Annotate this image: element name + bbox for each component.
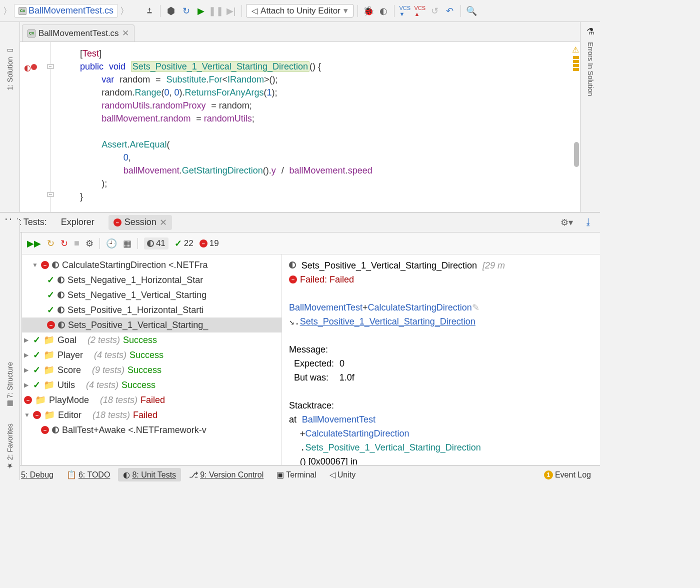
svg-rect-0 [148, 12, 152, 13]
back-icon[interactable]: ↶ [444, 4, 456, 18]
rerun-failed-icon[interactable]: ↻ [60, 238, 68, 249]
fail-icon: – [114, 218, 122, 226]
right-tool-stripe: ⚗ Errors In Solution [580, 22, 600, 212]
editor-area: BallMovementTest.cs ✕ ◐ ⌐ ⌙ [Test] publi… [20, 22, 580, 212]
test-link[interactable]: Sets_Positive_1_Vertical_Starting_Direct… [300, 316, 476, 326]
csharp-file-icon [18, 7, 26, 15]
vcs-push-icon[interactable]: VCS▲ [414, 4, 426, 18]
tab-session[interactable]: – Session ✕ [108, 215, 172, 230]
history-icon[interactable]: ↺ [428, 4, 442, 18]
scrollbar-thumb[interactable] [574, 142, 579, 167]
unit-tests-header: Unit Tests: Explorer – Session ✕ ⚙▾ ⭳ [0, 212, 600, 232]
vcs-pull-icon[interactable]: VCS▼ [398, 4, 412, 18]
unity-icon: ◁ [330, 470, 336, 480]
rerun-icon[interactable]: ↻ [47, 238, 54, 249]
errors-tool-button[interactable]: Errors In Solution [586, 37, 594, 101]
vcs-tool-button[interactable]: ⎇9: Version Control [184, 468, 268, 482]
code-gutter: ◐ ⌐ ⌙ [20, 42, 60, 212]
todo-tool-button[interactable]: 📋6: TODO [62, 468, 115, 482]
event-log-button[interactable]: 1Event Log [539, 468, 596, 482]
gutter-error-icon[interactable]: ◐ [24, 63, 31, 72]
run-config-label: Attach to Unity Editor [260, 6, 340, 16]
dropdown-chevron-icon: ▾ [344, 6, 348, 16]
left-tool-stripe: 1: Solution ▭ [0, 22, 20, 212]
csharp-file-icon [28, 30, 36, 38]
toolbar-separator [242, 5, 242, 17]
run-all-icon[interactable]: ▶▶ [27, 238, 41, 249]
export-icon[interactable]: ⭳ [582, 216, 595, 229]
half-icon [289, 262, 296, 268]
close-icon[interactable]: ✕ [160, 217, 167, 228]
unity-icon[interactable] [164, 4, 178, 18]
selected-test-row: – Sets_Positive_1_Vertical_Starting_ [22, 318, 282, 332]
editor-tab[interactable]: BallMovementTest.cs ✕ [22, 24, 134, 42]
structure-tool-button[interactable]: ▦ 7: Structure [6, 357, 14, 413]
unity-icon: ◁ [252, 6, 258, 16]
settings-icon[interactable]: ⚙ [86, 238, 94, 249]
half-icon [147, 240, 154, 247]
play-icon[interactable]: ▶ [194, 4, 208, 18]
main-toolbar: 〉 BallMovementTest.cs 〉 ↻ ▶ ❚❚ ▶| ◁ Atta… [0, 0, 600, 22]
toolbar-separator [358, 5, 358, 17]
test-tree[interactable]: ▼– CalculateStartingDirection <.NETFra ✓… [22, 254, 282, 465]
layout-icon[interactable]: ▦ [123, 238, 132, 249]
breadcrumb-chevron-icon: 〉 [3, 5, 12, 17]
unit-tests-tool-button[interactable]: ◐8: Unit Tests [118, 468, 181, 482]
toolbar-separator [394, 5, 394, 17]
warning-icon: ⚠ [572, 45, 579, 54]
code-text[interactable]: [Test] public void Sets_Positive_1_Verti… [60, 42, 580, 212]
code-editor[interactable]: ◐ ⌐ ⌙ [Test] public void Sets_Positive_1… [20, 42, 580, 212]
bug-icon[interactable]: 🐞 [362, 4, 375, 18]
tests-icon: ◐ [123, 470, 130, 480]
event-badge: 1 [544, 470, 553, 480]
breadcrumb-file: BallMovementTest.cs [28, 6, 114, 16]
close-tab-icon[interactable]: ✕ [122, 28, 129, 38]
step-icon[interactable]: ▶| [224, 4, 238, 18]
toolbar-separator [460, 5, 461, 17]
terminal-tool-button[interactable]: ▣Terminal [272, 468, 321, 482]
tab-explorer[interactable]: Explorer [56, 215, 100, 230]
flask-icon[interactable]: ⚗ [586, 26, 594, 37]
stop-icon[interactable]: ■ [74, 238, 80, 248]
refresh-icon[interactable]: ↻ [180, 4, 192, 18]
ut-toolbar: ▶▶ ↻ ↻ ■ ⚙ 🕘 ▦ 41 ✓ 22 – 19 [22, 232, 600, 254]
tab-filename: BallMovementTest.cs [38, 28, 119, 38]
solution-tool-button[interactable]: 1: Solution ▭ [6, 42, 14, 95]
fold-handle-icon[interactable]: ⌐ [48, 64, 54, 69]
bottom-tool-bar: 🐞5: Debug 📋6: TODO ◐8: Unit Tests ⎇9: Ve… [0, 465, 600, 484]
editor-tab-bar: BallMovementTest.cs ✕ [20, 22, 580, 42]
fail-icon: – [200, 240, 208, 248]
terminal-icon: ▣ [276, 470, 284, 480]
error-stripe[interactable]: ⚠ [572, 42, 580, 212]
count-fail[interactable]: – 19 [200, 238, 219, 248]
breadcrumb-chevron-icon: 〉 [120, 5, 129, 17]
coverage-icon[interactable]: ◐ [377, 4, 390, 18]
breadcrumb[interactable]: BallMovementTest.cs [14, 4, 118, 18]
clipboard-icon: 📋 [66, 470, 76, 480]
toolbar-separator [160, 5, 160, 17]
count-pass[interactable]: ✓ 22 [174, 238, 194, 249]
gutter-breakpoint-icon[interactable] [31, 64, 37, 70]
gear-icon[interactable]: ⚙▾ [560, 216, 573, 229]
check-icon: ✓ [174, 238, 182, 249]
search-icon[interactable]: 🔍 [465, 4, 478, 18]
unity-tool-button[interactable]: ◁Unity [324, 468, 360, 482]
pause-icon[interactable]: ❚❚ [210, 4, 222, 18]
build-icon[interactable] [143, 4, 156, 18]
fail-icon: – [41, 261, 49, 269]
branch-icon: ⎇ [189, 470, 198, 480]
clock-icon[interactable]: 🕘 [106, 238, 117, 249]
unit-tests-panel: Unit Tests: Explorer – Session ✕ ⚙▾ ⭳ ▶ … [0, 212, 600, 465]
fold-handle-icon[interactable]: ⌙ [48, 192, 54, 197]
run-configuration-dropdown[interactable]: ◁ Attach to Unity Editor ▾ [246, 4, 354, 18]
test-output[interactable]: Sets_Positive_1_Vertical_Starting_Direct… [282, 254, 600, 465]
count-all[interactable]: 41 [144, 238, 168, 250]
favorites-tool-button[interactable]: ★ 2: Favorites [6, 418, 14, 475]
